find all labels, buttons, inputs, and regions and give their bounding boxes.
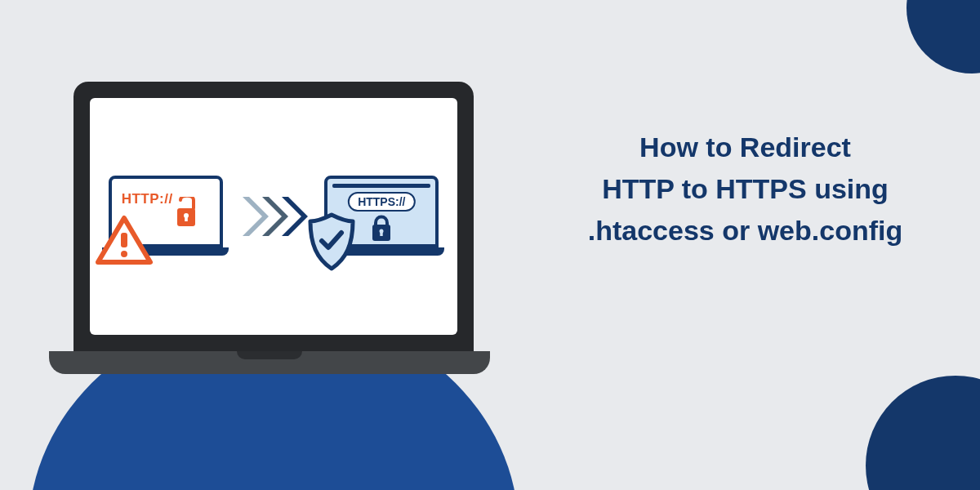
- closed-lock-icon: [369, 213, 394, 243]
- insecure-http-panel: HTTP://: [105, 176, 227, 257]
- browser-bar-stripe: [332, 184, 430, 188]
- laptop-illustration: HTTP://: [69, 82, 478, 374]
- laptop-bezel: HTTP://: [74, 82, 474, 351]
- chevron-right-icon: [278, 194, 308, 239]
- svg-point-4: [121, 251, 127, 257]
- title-line-3: .htaccess or web.config: [559, 210, 931, 252]
- laptop-screen: HTTP://: [90, 98, 457, 335]
- redirect-arrow-chevrons: [239, 194, 308, 239]
- secure-https-panel: HTTPS://: [320, 176, 443, 257]
- title-line-1: How to Redirect: [559, 127, 931, 168]
- laptop-trackpad-notch: [237, 351, 302, 359]
- svg-rect-2: [185, 216, 188, 221]
- decorative-circle-top-right: [906, 0, 980, 74]
- https-protocol-label: HTTPS://: [348, 192, 415, 212]
- http-protocol-label: HTTP://: [122, 191, 173, 207]
- shield-check-icon: [305, 212, 358, 272]
- page-title: How to Redirect HTTP to HTTPS using .hta…: [559, 127, 931, 252]
- decorative-circle-bottom-right: [866, 376, 980, 490]
- svg-rect-7: [381, 232, 383, 236]
- warning-triangle-icon: [95, 215, 154, 267]
- laptop-base: [49, 351, 490, 374]
- svg-rect-3: [121, 233, 127, 247]
- title-line-2: HTTP to HTTPS using: [559, 168, 931, 210]
- open-lock-icon: [176, 197, 203, 231]
